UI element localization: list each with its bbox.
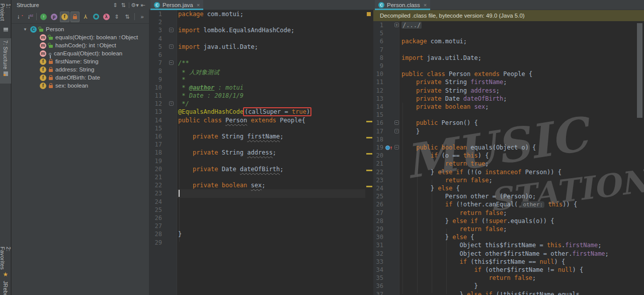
class-editor-body[interactable]: MUSIC STATION 1+/.../56package com.motui… xyxy=(373,21,644,295)
toolwindow-button-favorites[interactable]: 2: Favorites★ xyxy=(0,245,11,278)
code-line[interactable]: 24 } else { xyxy=(373,184,644,193)
fold-marker-icon[interactable]: − xyxy=(394,145,399,150)
code-line[interactable]: 33 if (this$firstName == null) { xyxy=(373,258,644,266)
code-line[interactable]: 34 if (other$firstName != null) { xyxy=(373,266,644,274)
code-line[interactable]: 2 xyxy=(149,18,373,27)
java-editor-body[interactable]: 1package com.motui;23−import lombok.Equa… xyxy=(149,10,373,295)
code-line[interactable]: 15 xyxy=(149,124,373,133)
toolwindow-button-structure[interactable]: 7: Structure xyxy=(0,38,11,84)
warning-stripe-mark[interactable] xyxy=(366,137,372,138)
code-line[interactable]: 10public class Person extends People { xyxy=(373,70,644,79)
code-line[interactable]: 19 xyxy=(149,157,373,166)
sort-by-visibility-icon[interactable]: ↓• xyxy=(14,12,23,22)
code-line[interactable]: 7−/** xyxy=(149,59,373,67)
code-line[interactable]: 9 xyxy=(373,62,644,70)
tree-item[interactable]: mcanEqual(Object): boolean xyxy=(12,49,149,57)
code-line[interactable]: 16 private String firstName; xyxy=(149,132,373,141)
collapse-all-icon[interactable]: ⇅ xyxy=(119,2,127,9)
code-line[interactable]: 13 private Date dateOfBirth; xyxy=(373,95,644,103)
code-line[interactable]: 3−import lombok.EqualsAndHashCode; xyxy=(149,26,373,35)
code-line[interactable]: 29 return false; xyxy=(373,225,644,234)
code-line[interactable]: 26 xyxy=(149,214,373,223)
overrides-method-icon[interactable]: ↑ xyxy=(385,144,393,151)
fold-marker-icon[interactable]: ˅ xyxy=(169,101,174,106)
fold-marker-icon[interactable]: − xyxy=(394,120,399,125)
code-line[interactable]: 27 return false; xyxy=(373,209,644,217)
code-line[interactable]: 4 xyxy=(149,35,373,43)
tree-item[interactable]: ffirstName: String xyxy=(12,57,149,65)
code-line[interactable]: 7 xyxy=(373,46,644,54)
toolwindow-button-project[interactable]: 1: Project xyxy=(0,2,11,34)
code-line[interactable]: 24 xyxy=(149,198,373,206)
warning-stripe-mark[interactable] xyxy=(366,170,372,171)
tree-item[interactable]: mhashCode(): int ↑Object xyxy=(12,41,149,49)
code-line[interactable]: 5˅import java.util.Date; xyxy=(149,43,373,51)
expand-arrow-icon[interactable]: ▼ xyxy=(23,27,28,32)
show-lambdas-icon[interactable]: λ xyxy=(102,12,111,22)
code-line[interactable]: 23 return false; xyxy=(373,176,644,185)
code-line[interactable]: 9 * xyxy=(149,76,373,84)
code-line[interactable]: 29 xyxy=(149,239,373,247)
code-line[interactable]: 30 } else { xyxy=(373,233,644,242)
code-line[interactable]: 21 xyxy=(149,173,373,182)
code-line[interactable]: 25 Person other = (Person)o; xyxy=(373,192,644,201)
tree-item[interactable]: ▼CPerson xyxy=(12,25,149,33)
code-line[interactable]: 15 xyxy=(373,111,644,119)
show-fields-icon[interactable]: f xyxy=(60,12,69,22)
code-line[interactable]: 20 private Date dateOfBirth; xyxy=(149,165,373,174)
code-line[interactable]: 37 } else if (!this$firstName.equals xyxy=(373,290,644,295)
close-tab-icon[interactable]: × xyxy=(197,2,200,8)
code-line[interactable]: 17 xyxy=(149,140,373,149)
code-line[interactable]: 25 xyxy=(149,206,373,214)
tab-person-class[interactable]: C Person.class × xyxy=(375,0,430,10)
code-line[interactable]: 17˅ } xyxy=(373,127,644,136)
settings-gear-icon[interactable]: ⚙▾ xyxy=(131,2,139,9)
code-line[interactable]: 16− public Person() { xyxy=(373,119,644,127)
overflow-chevron-icon[interactable]: » xyxy=(137,12,147,22)
code-line[interactable]: 6 xyxy=(149,51,373,59)
code-line[interactable]: 35 return false; xyxy=(373,274,644,282)
fold-marker-icon[interactable]: − xyxy=(169,60,174,65)
code-line[interactable]: 31 Object this$firstName = this.firstNam… xyxy=(373,241,644,250)
anonymous-classes-icon[interactable]: Y xyxy=(80,12,90,22)
warning-stripe-mark[interactable] xyxy=(366,153,372,155)
code-line[interactable]: 21 return true; xyxy=(373,160,644,168)
tree-item[interactable]: faddress: String xyxy=(12,65,149,73)
code-line[interactable]: 32 Object other$firstName = other.firstN… xyxy=(373,250,644,258)
code-line[interactable]: 27 xyxy=(149,222,373,231)
code-line[interactable]: 6package com.motui; xyxy=(373,37,644,46)
inspection-indicator[interactable] xyxy=(367,12,371,16)
tree-item[interactable]: fdateOfBirth: Date xyxy=(12,73,149,82)
expand-all-icon[interactable]: ⇕ xyxy=(111,2,119,9)
fold-marker-icon[interactable]: ˅ xyxy=(169,44,174,49)
code-line[interactable]: 18 xyxy=(373,135,644,144)
code-line[interactable]: 36 } xyxy=(373,282,644,290)
tree-item[interactable]: mequals(Object): boolean ↑Object xyxy=(12,33,149,41)
code-line[interactable]: 19−↑ public boolean equals(Object o) { xyxy=(373,143,644,152)
code-line[interactable]: 10 * @author : motui xyxy=(149,84,373,92)
fold-marker-icon[interactable]: + xyxy=(394,23,399,27)
code-line[interactable]: 20 if (o == this) { xyxy=(373,152,644,160)
code-line[interactable]: 14public class Person extends People{ xyxy=(149,116,373,125)
code-line[interactable]: 28 } else if (!super.equals(o)) { xyxy=(373,217,644,226)
code-line[interactable]: 22 private boolean sex; xyxy=(149,181,373,190)
code-line[interactable]: 18 private String address; xyxy=(149,149,373,157)
code-line[interactable]: 1package com.motui; xyxy=(149,10,373,19)
code-line[interactable]: 14 private boolean sex; xyxy=(373,103,644,111)
code-line[interactable]: 11 * Date : 2018/1/9 xyxy=(149,92,373,100)
scrollbar-thumb[interactable] xyxy=(637,23,642,118)
code-line[interactable]: 1+/.../ xyxy=(373,21,644,30)
code-line[interactable]: 5 xyxy=(373,29,644,38)
code-line[interactable]: 13@EqualsAndHashCode(callSuper = true) xyxy=(149,108,373,116)
code-line[interactable]: 22 } else if (!(o instanceof Person)) { xyxy=(373,168,644,177)
code-line[interactable]: 8 * 人对象测试 xyxy=(149,67,373,76)
warning-stripe-mark[interactable] xyxy=(366,121,372,122)
show-inherited-icon[interactable]: ↑ xyxy=(39,12,48,22)
fold-marker-icon[interactable]: ˅ xyxy=(394,129,399,133)
warning-stripe-mark[interactable] xyxy=(366,186,372,187)
code-line[interactable]: 11 private String firstName; xyxy=(373,78,644,87)
sort-alphabetically-icon[interactable]: ↓az xyxy=(24,12,34,22)
show-properties-icon[interactable]: p xyxy=(49,12,59,22)
code-line[interactable]: 12 private String address; xyxy=(373,87,644,95)
toolwindow-button-jrebel[interactable]: JRebel xyxy=(0,279,11,295)
